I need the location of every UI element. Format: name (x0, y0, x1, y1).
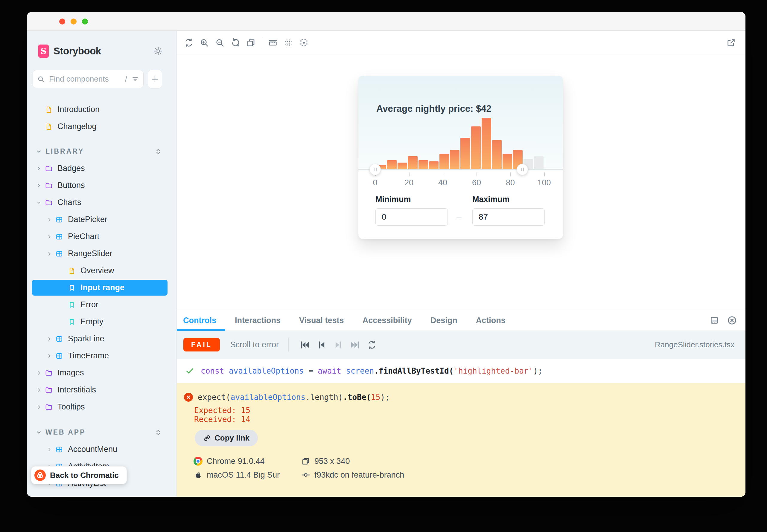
plus-icon (151, 75, 159, 83)
rerun-button[interactable] (365, 338, 379, 352)
reset-zoom-button[interactable] (230, 37, 242, 49)
sidebar-item-error[interactable]: Error (27, 296, 176, 313)
chevron-right-icon[interactable] (46, 353, 52, 359)
tab-interactions[interactable]: Interactions (235, 310, 281, 331)
sidebar-item-piechart[interactable]: PieChart (27, 228, 176, 245)
section-header-library[interactable]: LIBRARY (27, 143, 176, 160)
chevron-right-icon[interactable] (36, 166, 42, 172)
viewport-size-button[interactable] (245, 37, 257, 49)
sidebar-item-changelog[interactable]: Changelog (27, 118, 176, 135)
panel-position-icon[interactable] (710, 316, 719, 325)
chevron-right-icon[interactable] (46, 447, 52, 452)
slider-handle-max[interactable] (517, 164, 528, 175)
sidebar-item-timeframe[interactable]: TimeFrame (27, 347, 176, 364)
sidebar-item-accountmenu[interactable]: AccountMenu (27, 441, 176, 458)
sidebar-item-buttons[interactable]: Buttons (27, 177, 176, 194)
histogram-bar (429, 161, 438, 169)
canvas-toolbar (177, 31, 745, 55)
canvas-area: Average nightly price: $42 020406080100 … (177, 31, 745, 497)
sidebar-item-charts[interactable]: Charts (27, 194, 176, 211)
sidebar-item-sparkline[interactable]: SparkLine (27, 330, 176, 347)
close-window-button[interactable] (59, 19, 65, 25)
zoom-window-button[interactable] (82, 19, 88, 25)
chevron-right-icon[interactable] (46, 234, 52, 240)
search-input[interactable] (48, 74, 124, 84)
scroll-to-error-button[interactable]: Scroll to error (230, 340, 279, 349)
slider-handle-min[interactable] (369, 164, 381, 175)
sidebar-item-introduction[interactable]: Introduction (27, 101, 176, 118)
create-story-button[interactable] (148, 70, 162, 88)
go-to-start-button[interactable] (298, 338, 312, 352)
chevron-down-icon[interactable] (36, 200, 42, 206)
sidebar-item-datepicker[interactable]: DatePicker (27, 211, 176, 228)
tab-accessibility[interactable]: Accessibility (363, 310, 412, 331)
step-forward-button[interactable] (331, 338, 345, 352)
sidebar-item-overview[interactable]: Overview (27, 262, 176, 279)
chevron-right-icon[interactable] (36, 404, 42, 410)
bookmark-icon (68, 284, 76, 292)
check-icon (185, 366, 194, 375)
chevron-right-icon[interactable] (36, 183, 42, 189)
histogram-bar (450, 150, 459, 169)
go-to-end-button[interactable] (348, 338, 362, 352)
story-file-name: RangeSlider.stories.tsx (655, 340, 734, 349)
histogram-bar (398, 163, 407, 169)
axis-tick-label: 60 (472, 178, 481, 187)
expected-value: Expected: 15 (194, 406, 250, 415)
sidebar-item-badges[interactable]: Badges (27, 160, 176, 177)
chevron-right-icon[interactable] (36, 370, 42, 376)
chevron-right-icon[interactable] (46, 251, 52, 257)
viewport-icon (301, 457, 310, 466)
histogram-bar (482, 118, 491, 169)
grid-button[interactable] (282, 37, 294, 49)
zoom-in-button[interactable] (198, 37, 210, 49)
chevron-down-icon[interactable] (36, 148, 42, 155)
search-box[interactable]: / (33, 70, 143, 88)
minimum-input[interactable] (375, 208, 448, 226)
filter-icon[interactable] (131, 75, 139, 83)
step-back-button[interactable] (315, 338, 329, 352)
folder-icon (45, 369, 53, 377)
sidebar-item-images[interactable]: Images (27, 364, 176, 381)
chevron-down-icon[interactable] (36, 429, 42, 436)
remount-icon (184, 38, 194, 48)
outline-button[interactable] (298, 37, 310, 49)
expand-collapse-icon[interactable] (154, 148, 162, 155)
apple-icon (194, 470, 203, 479)
sidebar-item-interstitials[interactable]: Interstitials (27, 381, 176, 398)
back-to-chromatic-button[interactable]: Back to Chromatic (31, 466, 127, 484)
minimize-window-button[interactable] (71, 19, 77, 25)
viewport-size-icon (246, 38, 256, 48)
storybook-logo-icon: S (38, 45, 49, 58)
sidebar-item-rangeslider[interactable]: RangeSlider (27, 245, 176, 262)
expand-collapse-icon[interactable] (154, 429, 162, 436)
measure-button[interactable] (267, 37, 279, 49)
settings-gear-icon[interactable] (153, 46, 163, 56)
open-external-button[interactable] (725, 37, 737, 49)
remount-button[interactable] (183, 37, 195, 49)
tab-controls[interactable]: Controls (183, 310, 216, 331)
chevron-right-icon[interactable] (36, 387, 42, 393)
tab-actions[interactable]: Actions (476, 310, 505, 331)
chevron-right-icon[interactable] (46, 217, 52, 223)
zoom-out-button[interactable] (214, 37, 226, 49)
tab-design[interactable]: Design (430, 310, 457, 331)
histogram-bar (460, 138, 470, 169)
histogram-bars (358, 76, 563, 169)
chromatic-logo-icon (34, 470, 46, 481)
folder-icon (45, 386, 53, 394)
section-header-web-app[interactable]: WEB APP (27, 424, 176, 441)
sidebar-item-tooltips[interactable]: Tooltips (27, 398, 176, 415)
story-preview: Average nightly price: $42 020406080100 … (177, 55, 745, 310)
copy-link-button[interactable]: Copy link (195, 430, 258, 446)
window-titlebar (27, 12, 745, 31)
close-panel-icon[interactable] (727, 315, 737, 325)
axis-tick (476, 172, 477, 176)
sidebar-item-empty[interactable]: Empty (27, 313, 176, 330)
interactions-statusbar: FAIL Scroll to error RangeSlider.stories… (177, 331, 745, 359)
tab-visual-tests[interactable]: Visual tests (299, 310, 344, 331)
maximum-input[interactable] (472, 208, 545, 226)
env-os: macOS 11.4 Big Sur (194, 470, 301, 480)
sidebar-item-input-range[interactable]: Input range (32, 280, 167, 296)
chevron-right-icon[interactable] (46, 336, 52, 342)
